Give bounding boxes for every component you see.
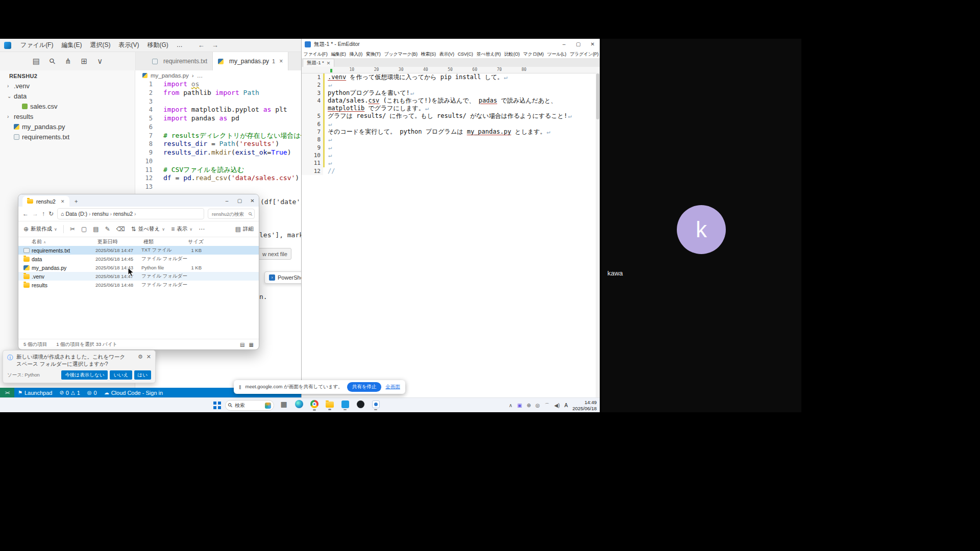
column-header-type[interactable]: 種類 — [143, 238, 179, 245]
emeditor-menu-item[interactable]: プラグイン(P) — [568, 51, 600, 58]
chevron-down-icon[interactable]: ∨ — [97, 57, 103, 66]
close-icon[interactable]: ✕ — [146, 354, 151, 367]
start-button[interactable] — [213, 402, 221, 409]
emeditor-menu-item[interactable]: マクロ(M) — [522, 51, 546, 58]
column-header-date[interactable]: 更新日時 — [97, 238, 143, 245]
ports-status-item[interactable]: ◎ 0 — [84, 390, 101, 396]
paste-icon[interactable]: ▤ — [93, 226, 99, 233]
back-arrow-icon[interactable]: ← — [22, 210, 29, 217]
vscode-menu-item[interactable]: 移動(G) — [143, 39, 172, 52]
search-icon[interactable]: ⚲ — [47, 56, 58, 67]
emeditor-menu-item[interactable]: ファイル(F) — [302, 51, 329, 58]
vscode-menu-item[interactable]: ファイル(F) — [16, 39, 57, 52]
task-view-button[interactable]: ▦ — [278, 399, 289, 412]
copy-icon[interactable]: ▢ — [81, 226, 87, 233]
taskbar-search-box[interactable]: ⚲ 検索 — [225, 400, 274, 411]
view-button[interactable]: ≡ 表示 ∨ — [171, 226, 192, 233]
emeditor-button[interactable] — [370, 399, 381, 412]
ime-indicator[interactable]: A — [565, 403, 568, 408]
emeditor-menu-item[interactable]: ブックマーク(B) — [382, 51, 419, 58]
inline-suggestion-chip[interactable]: w next file — [258, 248, 291, 260]
tab-close-icon[interactable]: ✕ — [61, 199, 65, 204]
emeditor-menu-item[interactable]: CSV(C) — [456, 52, 475, 57]
address-crumb[interactable]: renshu2 — [113, 211, 137, 217]
file-row[interactable]: .venv 2025/06/18 14:47 ファイル フォルダー — [18, 272, 259, 281]
emeditor-menu-item[interactable]: 編集(E) — [329, 51, 348, 58]
close-icon[interactable]: ✕ — [585, 39, 600, 50]
vscode-menu-item[interactable]: 編集(E) — [57, 39, 86, 52]
forward-arrow-icon[interactable]: → — [212, 41, 218, 49]
github-desktop-button[interactable] — [355, 399, 366, 412]
explorer-tab[interactable]: renshu2 ✕ — [22, 196, 69, 207]
refresh-icon[interactable]: ↻ — [48, 210, 54, 217]
source-control-branch-icon[interactable]: ⋔ — [65, 57, 71, 66]
file-tree-item[interactable]: my_pandas.py — [0, 121, 135, 132]
file-explorer-button[interactable] — [324, 399, 335, 412]
column-header-name[interactable]: 名前∧ — [32, 238, 97, 245]
new-tab-icon[interactable]: ＋ — [74, 197, 79, 205]
vscode-button[interactable] — [339, 399, 351, 412]
file-tree-item[interactable]: ⌄ data — [0, 91, 135, 101]
notification-button[interactable]: はい — [134, 370, 151, 380]
network-icon[interactable]: ⌒ — [545, 402, 550, 409]
maximize-icon[interactable]: ▢ — [233, 198, 246, 204]
new-item-button[interactable]: ⊕ 新規作成 ∨ — [23, 226, 57, 233]
editor-tab[interactable]: my_pandas.py 1 × — [213, 52, 288, 70]
file-row[interactable]: results 2025/06/18 14:48 ファイル フォルダー — [18, 281, 259, 289]
emeditor-menu-item[interactable]: 挿入(I) — [348, 51, 364, 58]
fullscreen-link[interactable]: 全画面 — [385, 384, 400, 390]
tray-status-icon[interactable]: ◎ — [535, 403, 540, 408]
address-bar[interactable]: ⌂ Data (D:)renshurenshu2 — [57, 208, 204, 219]
column-header-size[interactable]: サイズ — [179, 238, 204, 245]
more-options-icon[interactable]: ⋯ — [199, 226, 205, 233]
editor-tab[interactable]: requirements.txt — [147, 52, 213, 70]
cut-icon[interactable]: ✂ — [70, 226, 75, 233]
remote-indicator[interactable]: >< — [0, 388, 14, 397]
participant-tile[interactable]: k kawa — [601, 39, 801, 412]
address-crumb[interactable]: Data (D:) — [65, 211, 92, 217]
gear-icon[interactable]: ⚙ — [138, 354, 143, 367]
file-row[interactable]: my_pandas.py 2025/06/18 14:43 Python fil… — [18, 263, 259, 272]
details-view-icon[interactable]: ▤ — [240, 342, 244, 347]
details-pane-button[interactable]: ▤ 詳細 — [235, 226, 254, 233]
scrollbar-thumb[interactable] — [596, 73, 599, 119]
minimize-icon[interactable]: – — [557, 39, 571, 50]
tab-close-icon[interactable]: × — [279, 58, 283, 65]
back-arrow-icon[interactable]: ← — [198, 41, 205, 49]
workspace-root-label[interactable]: RENSHU2 — [0, 71, 135, 81]
close-icon[interactable]: ✕ — [246, 198, 259, 204]
large-icons-view-icon[interactable]: ▦ — [249, 342, 254, 347]
emeditor-menu-item[interactable]: 並べ替え(R) — [475, 51, 503, 58]
problems-status-item[interactable]: ⊘ 0 △ 1 — [56, 390, 83, 396]
vscode-menu-item[interactable]: 表示(V) — [114, 39, 143, 52]
vscode-menu-item[interactable]: 選択(S) — [86, 39, 114, 52]
emeditor-menu-item[interactable]: 比較(O) — [503, 51, 522, 58]
cloud-code-status-item[interactable]: ☁ Cloud Code - Sign in — [101, 390, 167, 396]
chrome-button[interactable] — [309, 399, 320, 412]
emeditor-document-tab[interactable]: 無題-1 * ✕ — [303, 59, 334, 67]
notification-button[interactable]: いいえ — [110, 370, 132, 380]
taskbar-clock[interactable]: 14:49 2025/06/18 — [572, 399, 597, 412]
emeditor-menu-item[interactable]: 変換(T) — [364, 51, 382, 58]
file-tree-item[interactable]: requirements.txt — [0, 132, 135, 142]
file-tree-item[interactable]: sales.csv — [0, 101, 135, 111]
forward-arrow-icon[interactable]: → — [32, 210, 38, 217]
file-row[interactable]: data 2025/06/18 14:45 ファイル フォルダー — [18, 255, 259, 263]
emeditor-menu-item[interactable]: 表示(V) — [437, 51, 456, 58]
breadcrumb-more[interactable]: … — [197, 72, 203, 79]
extensions-icon[interactable]: ⊞ — [81, 57, 88, 66]
emeditor-menu-item[interactable]: 検索(S) — [419, 51, 437, 58]
file-tree-item[interactable]: › results — [0, 111, 135, 121]
file-row[interactable]: requirements.txt 2025/06/18 14:47 TXT ファ… — [18, 246, 259, 255]
emeditor-menu-item[interactable]: ツール(L) — [545, 51, 568, 58]
breadcrumb-file[interactable]: my_pandas.py — [151, 72, 189, 79]
code-area[interactable]: 1 import os 2 from pathlib import Path 3 — [135, 80, 301, 191]
tray-app-icon[interactable]: ▣ — [517, 403, 522, 408]
address-crumb[interactable]: renshu — [92, 211, 114, 217]
rename-icon[interactable]: ✎ — [105, 226, 110, 233]
sort-button[interactable]: ⇅ 並べ替え ∨ — [131, 226, 165, 233]
edge-button[interactable] — [293, 399, 305, 412]
stop-sharing-button[interactable]: 共有を停止 — [347, 382, 382, 392]
maximize-icon[interactable]: ▢ — [571, 39, 585, 50]
explorer-files-icon[interactable]: ▤ — [33, 57, 40, 66]
